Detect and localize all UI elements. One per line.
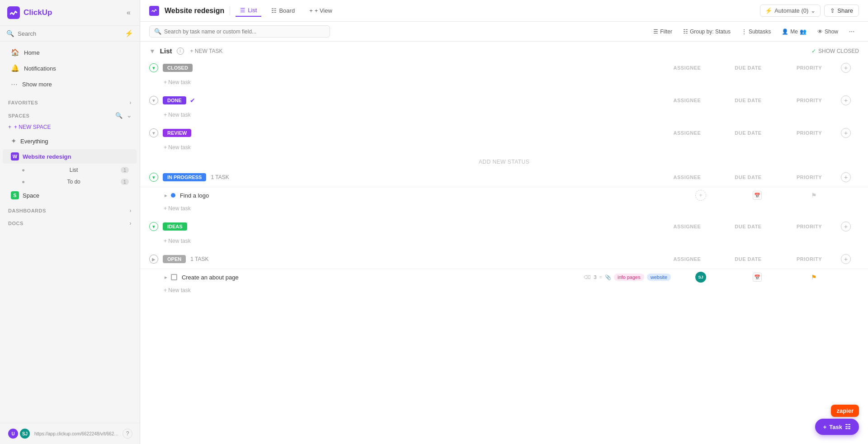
task-duedate-find-logo[interactable]: 📅 bbox=[728, 191, 787, 200]
add-new-status-row[interactable]: ADD NEW STATUS bbox=[140, 156, 868, 168]
zapier-badge[interactable]: zapier bbox=[831, 405, 859, 417]
task-duedate-about[interactable]: 📅 bbox=[728, 273, 787, 282]
sidebar-subitem-list[interactable]: ● List 1 bbox=[3, 165, 137, 175]
sidebar-subitem-todo[interactable]: ● To do 1 bbox=[3, 176, 137, 187]
done-collapse-button[interactable]: ▼ bbox=[149, 96, 158, 105]
task-priority-find-logo[interactable]: ⚑ bbox=[787, 192, 841, 199]
subtasks-button[interactable]: ⋮ Subtasks bbox=[737, 26, 775, 37]
dashboards-section[interactable]: DASHBOARDS › bbox=[0, 203, 140, 216]
sidebar-item-notifications[interactable]: 🔔 Notifications bbox=[3, 61, 137, 76]
docs-section[interactable]: DOCS › bbox=[0, 216, 140, 228]
assignee-avatar-sj[interactable]: SJ bbox=[695, 272, 706, 283]
sidebar-item-everything[interactable]: ✦ Everything bbox=[3, 134, 137, 148]
add-task-fab[interactable]: + Task ☷ bbox=[815, 419, 859, 435]
nav-items: 🏠 Home 🔔 Notifications ⋯ Show more bbox=[0, 42, 140, 95]
add-column-open-button[interactable]: + bbox=[841, 254, 851, 264]
sidebar-item-home[interactable]: 🏠 Home bbox=[3, 45, 137, 60]
sidebar-item-space[interactable]: S Space bbox=[3, 188, 137, 203]
status-badge-in-progress[interactable]: IN PROGRESS bbox=[163, 173, 206, 181]
task-item-about-page[interactable]: ► Create an about page ⌫ 3 = 📎 info page… bbox=[140, 269, 868, 285]
spaces-search-icon[interactable]: 🔍 bbox=[115, 112, 123, 119]
column-header-priority-done: PRIORITY bbox=[782, 98, 836, 103]
group-by-button[interactable]: ☷ Group by: Status bbox=[679, 26, 735, 37]
task-item-find-logo[interactable]: ► Find a logo + 📅 ⚑ bbox=[140, 187, 868, 203]
list-info-icon[interactable]: i bbox=[177, 47, 184, 55]
status-section-review: ▼ REVIEW ASSIGNEE DUE DATE PRIORITY + + … bbox=[140, 123, 868, 152]
new-task-review[interactable]: + New task bbox=[140, 142, 868, 152]
open-collapse-button[interactable]: ▶ bbox=[149, 255, 158, 264]
new-task-ideas[interactable]: + New task bbox=[140, 236, 868, 246]
status-badge-open[interactable]: OPEN bbox=[163, 255, 186, 263]
search-input[interactable] bbox=[18, 30, 121, 37]
toolbar-right: ☰ Filter ☷ Group by: Status ⋮ Subtasks 👤… bbox=[649, 26, 859, 37]
user-avatar-u[interactable]: U bbox=[7, 428, 19, 439]
priority-flag-icon[interactable]: ⚑ bbox=[811, 192, 817, 199]
show-closed-button[interactable]: ✓ SHOW CLOSED bbox=[811, 48, 859, 54]
ideas-collapse-button[interactable]: ▼ bbox=[149, 222, 158, 231]
tag-website[interactable]: website bbox=[647, 274, 671, 281]
new-task-done[interactable]: + New task bbox=[140, 110, 868, 120]
spaces-label: SPACES bbox=[8, 113, 29, 118]
review-collapse-button[interactable]: ▼ bbox=[149, 128, 158, 137]
toolbar-search-input[interactable] bbox=[164, 28, 325, 35]
automate-chevron-icon: ⌄ bbox=[811, 7, 816, 14]
new-space-button[interactable]: + + NEW SPACE bbox=[0, 121, 140, 133]
avatar-u-label: U bbox=[11, 431, 14, 436]
duedate-calendar-about-icon[interactable]: 📅 bbox=[753, 273, 762, 282]
priority-flag-about-icon[interactable]: ⚑ bbox=[811, 274, 817, 281]
add-assignee-icon: + bbox=[699, 192, 702, 198]
sidebar-item-show-more[interactable]: ⋯ Show more bbox=[3, 76, 137, 92]
sidebar-subitem-list-label: List bbox=[70, 167, 78, 173]
show-more-icon: ⋯ bbox=[11, 80, 18, 88]
lightning-button[interactable]: ⚡ bbox=[125, 29, 133, 38]
task-assignee-about[interactable]: SJ bbox=[674, 272, 728, 283]
new-task-open[interactable]: + New task bbox=[140, 285, 868, 295]
collapse-sidebar-button[interactable]: « bbox=[125, 7, 132, 19]
help-button[interactable]: ? bbox=[123, 429, 132, 439]
new-task-button[interactable]: + NEW TASK bbox=[190, 48, 223, 54]
in-progress-collapse-button[interactable]: ▼ bbox=[149, 173, 158, 182]
me-button[interactable]: 👤 Me 👥 bbox=[777, 26, 811, 37]
show-button[interactable]: 👁 Show bbox=[813, 26, 843, 37]
favorites-chevron-icon: › bbox=[130, 99, 132, 106]
status-badge-closed[interactable]: CLOSED bbox=[163, 64, 193, 72]
more-options-button[interactable]: ⋯ bbox=[844, 26, 859, 37]
status-badge-ideas[interactable]: IDEAS bbox=[163, 222, 187, 231]
closed-collapse-button[interactable]: ▼ bbox=[149, 63, 158, 72]
user-avatar-sj[interactable]: SJ bbox=[19, 428, 31, 439]
share-button[interactable]: ⇧ Share bbox=[824, 5, 859, 17]
add-column-ideas-button[interactable]: + bbox=[841, 222, 851, 231]
list-collapse-icon[interactable]: ▼ bbox=[149, 47, 156, 55]
new-task-closed[interactable]: + New task bbox=[140, 77, 868, 87]
new-task-in-progress[interactable]: + New task bbox=[140, 203, 868, 213]
sidebar-item-website-redesign[interactable]: W Website redesign bbox=[3, 149, 137, 164]
task-expand-icon[interactable]: ► bbox=[164, 193, 168, 198]
add-column-review-button[interactable]: + bbox=[841, 128, 851, 138]
status-badge-done[interactable]: DONE bbox=[163, 96, 186, 104]
tab-board[interactable]: ☷ Board bbox=[267, 5, 299, 16]
task-assignee-find-logo[interactable]: + bbox=[674, 190, 728, 201]
tab-list[interactable]: ☰ List bbox=[236, 5, 261, 17]
spaces-collapse-icon[interactable]: ⌄ bbox=[127, 112, 132, 119]
task-checkbox-about[interactable] bbox=[171, 274, 177, 280]
column-header-assignee-done: ASSIGNEE bbox=[660, 98, 714, 103]
task-expand-about-icon[interactable]: ► bbox=[164, 275, 168, 280]
add-column-done-button[interactable]: + bbox=[841, 95, 851, 105]
toolbar-search: 🔍 bbox=[149, 25, 330, 38]
tag-info-pages[interactable]: info pages bbox=[614, 274, 644, 281]
add-column-closed-button[interactable]: + bbox=[841, 63, 851, 73]
add-task-plus-icon: + bbox=[823, 424, 827, 430]
assignee-placeholder-icon[interactable]: + bbox=[695, 190, 706, 201]
status-badge-review[interactable]: REVIEW bbox=[163, 129, 191, 137]
logo-area: ClickUp bbox=[7, 6, 52, 19]
filter-button[interactable]: ☰ Filter bbox=[649, 26, 677, 37]
search-bar: 🔍 ⚡ bbox=[0, 26, 140, 42]
dashboards-label: DASHBOARDS bbox=[8, 208, 46, 213]
duedate-calendar-icon[interactable]: 📅 bbox=[753, 191, 762, 200]
add-column-ip-button[interactable]: + bbox=[841, 172, 851, 182]
board-tab-label: Board bbox=[279, 7, 295, 14]
automate-button[interactable]: ⚡ Automate (0) ⌄ bbox=[760, 5, 821, 17]
favorites-section-header[interactable]: FAVORITES › bbox=[0, 95, 140, 108]
task-priority-about[interactable]: ⚑ bbox=[787, 274, 841, 281]
add-view-button[interactable]: + + View bbox=[305, 5, 337, 16]
